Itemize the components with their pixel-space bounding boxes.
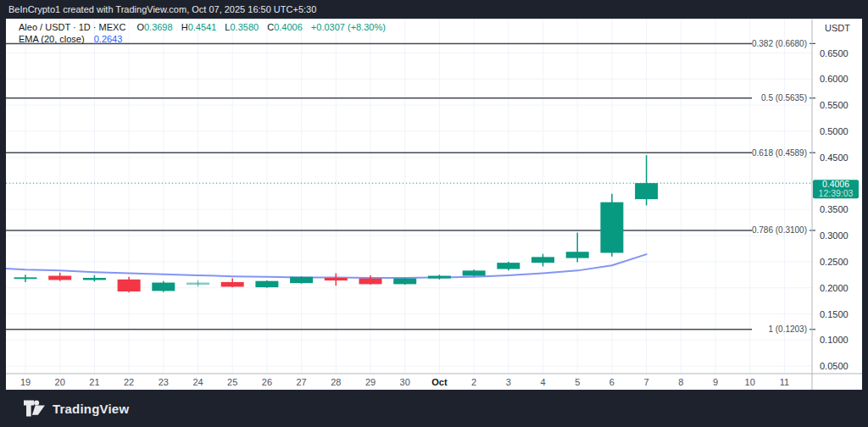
ema-legend-row[interactable]: EMA (20, close) 0.2643 xyxy=(19,33,386,45)
candle[interactable] xyxy=(463,270,486,275)
time-tick-label: 25 xyxy=(227,377,237,387)
candle[interactable] xyxy=(290,277,313,283)
candle[interactable] xyxy=(118,280,141,291)
right-frame-edge xyxy=(861,0,868,427)
time-tick-label: Oct xyxy=(431,377,448,387)
time-tick-label: 4 xyxy=(540,377,545,387)
candle[interactable] xyxy=(186,283,209,285)
time-tick-label: 22 xyxy=(124,377,134,387)
chart-legend: Aleo / USDT · 1D · MEXC O0.3698 H0.4541 … xyxy=(19,21,386,45)
high-label: H xyxy=(181,22,188,32)
candle[interactable] xyxy=(221,282,244,287)
price-tick-label: 0.5500 xyxy=(820,100,849,110)
time-tick-label: 9 xyxy=(713,377,718,387)
candle[interactable] xyxy=(393,279,416,285)
brand-bar: TradingView xyxy=(0,390,868,427)
chart-panel: 0.382 (0.6680)0.5 (0.5635)0.618 (0.4589)… xyxy=(6,19,862,390)
low-value: 0.3580 xyxy=(230,22,259,32)
tradingview-logo-icon xyxy=(24,400,46,417)
price-tick-label: 0.6500 xyxy=(820,48,849,58)
candle[interactable] xyxy=(48,276,71,280)
time-tick-label: 7 xyxy=(644,377,649,387)
time-tick-label: 19 xyxy=(20,377,31,387)
time-tick-label: 6 xyxy=(609,377,615,387)
price-axis-currency: USDT xyxy=(808,19,857,36)
price-tick-label: 0.3000 xyxy=(820,230,849,241)
ema-label: EMA (20, close) xyxy=(19,34,85,44)
close-value: 0.4006 xyxy=(274,22,303,32)
fib-label: 0.786 (0.3100) xyxy=(752,225,807,235)
time-tick-label: 5 xyxy=(575,377,580,387)
symbol-title: Aleo / USDT · 1D · MEXC xyxy=(19,22,125,32)
candle[interactable] xyxy=(497,263,520,269)
price-tick-label: 0.1000 xyxy=(820,335,849,345)
time-tick-label: 26 xyxy=(262,377,272,387)
fib-label: 0.382 (0.6680) xyxy=(752,39,807,48)
price-tick-label: 0.2000 xyxy=(820,283,849,293)
time-tick-label: 21 xyxy=(89,377,99,387)
price-tick-label: 0.5000 xyxy=(820,126,849,136)
time-tick-label: 24 xyxy=(192,377,203,387)
time-tick-label: 2 xyxy=(471,377,476,387)
price-tick-label: 0.6000 xyxy=(820,74,849,84)
candle[interactable] xyxy=(152,283,175,291)
time-tick-label: 28 xyxy=(331,377,341,387)
price-chart[interactable]: 0.382 (0.6680)0.5 (0.5635)0.618 (0.4589)… xyxy=(6,19,862,391)
open-value: 0.3698 xyxy=(144,22,173,32)
time-tick-label: 29 xyxy=(365,377,376,387)
time-tick-label: 23 xyxy=(159,377,169,387)
time-tick-label: 27 xyxy=(296,377,306,387)
candle[interactable] xyxy=(566,252,589,258)
high-value: 0.4541 xyxy=(188,22,217,32)
change-value: +0.0307 (+8.30%) xyxy=(311,22,386,32)
price-badge[interactable]: 0.400612:39:03 xyxy=(813,179,859,198)
candle[interactable] xyxy=(531,257,554,263)
time-tick-label: 8 xyxy=(678,377,683,387)
badge-countdown: 12:39:03 xyxy=(819,188,854,198)
open-label: O xyxy=(136,22,144,32)
price-tick-label: 0.4500 xyxy=(820,152,849,163)
brand-label: TradingView xyxy=(53,402,129,416)
candle[interactable] xyxy=(325,278,348,280)
time-tick-label: 10 xyxy=(745,377,755,387)
candle[interactable] xyxy=(359,279,382,285)
price-tick-label: 0.3500 xyxy=(820,204,849,214)
candle[interactable] xyxy=(255,281,278,287)
fib-label: 1 (0.1203) xyxy=(768,324,807,334)
candle[interactable] xyxy=(83,278,106,280)
attribution-bar: BeInCrypto1 created with TradingView.com… xyxy=(0,0,868,19)
price-tick-label: 0.2500 xyxy=(820,257,849,267)
price-tick-label: 0.1500 xyxy=(820,309,849,319)
close-label: C xyxy=(267,22,274,32)
symbol-legend-row[interactable]: Aleo / USDT · 1D · MEXC O0.3698 H0.4541 … xyxy=(19,21,386,33)
fib-label: 0.5 (0.5635) xyxy=(761,93,807,103)
time-tick-label: 20 xyxy=(55,377,65,387)
fib-label: 0.618 (0.4589) xyxy=(752,148,807,158)
time-tick-label: 3 xyxy=(506,377,511,387)
time-tick-label: 11 xyxy=(780,377,789,387)
attribution-text: BeInCrypto1 created with TradingView.com… xyxy=(8,4,316,14)
candle[interactable] xyxy=(14,277,37,279)
candle[interactable] xyxy=(635,183,658,199)
time-tick-label: 30 xyxy=(400,377,410,387)
candle[interactable] xyxy=(428,276,451,279)
candle[interactable] xyxy=(600,202,623,253)
tradingview-brand-link[interactable]: TradingView xyxy=(24,400,129,417)
tradingview-snapshot: BeInCrypto1 created with TradingView.com… xyxy=(0,0,868,427)
ema-value: 0.2643 xyxy=(94,34,123,44)
price-tick-label: 0.0500 xyxy=(820,361,849,371)
